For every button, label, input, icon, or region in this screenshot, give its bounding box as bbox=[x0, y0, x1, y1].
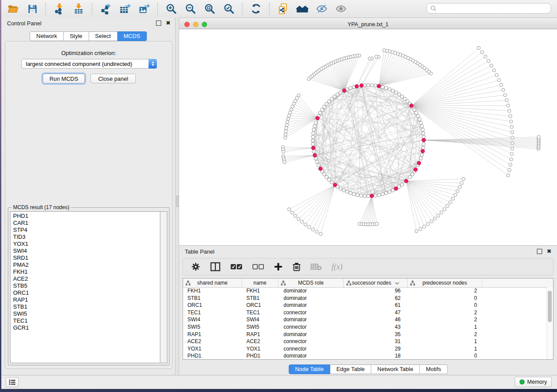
network-node[interactable] bbox=[510, 152, 513, 155]
mcds-result-item[interactable]: SRD1 bbox=[13, 254, 161, 261]
mcds-result-list[interactable]: PHD1CAR1STP4TID3YOX1SWI4SRD1PMA2FKH1ACE2… bbox=[10, 211, 161, 363]
cell-predecessor-nodes[interactable]: 0 bbox=[408, 295, 482, 303]
cell-name[interactable]: STB1 bbox=[242, 295, 278, 303]
network-node[interactable] bbox=[352, 193, 356, 196]
network-node[interactable] bbox=[437, 214, 440, 217]
network-node[interactable] bbox=[339, 187, 343, 190]
network-node[interactable] bbox=[375, 222, 378, 225]
network-hub-node[interactable] bbox=[313, 154, 317, 158]
network-node[interactable] bbox=[312, 150, 316, 153]
memory-button[interactable]: Memory bbox=[515, 377, 552, 387]
table-scrollbar-thumb[interactable] bbox=[548, 291, 552, 322]
network-node[interactable] bbox=[391, 89, 394, 93]
network-node[interactable] bbox=[511, 141, 514, 144]
vertical-splitter[interactable] bbox=[175, 17, 179, 375]
cell-predecessor-nodes[interactable]: 0 bbox=[408, 302, 482, 309]
mcds-result-item[interactable]: ACE2 bbox=[13, 275, 161, 282]
network-node[interactable] bbox=[377, 193, 381, 197]
network-node[interactable] bbox=[322, 105, 326, 109]
mcds-result-item[interactable]: SWI4 bbox=[13, 248, 161, 254]
network-node[interactable] bbox=[336, 93, 339, 96]
tab-motifs[interactable]: Motifs bbox=[420, 364, 448, 374]
network-node[interactable] bbox=[346, 190, 349, 193]
network-node[interactable] bbox=[287, 117, 290, 120]
tab-select[interactable]: Select bbox=[89, 31, 118, 41]
network-node[interactable] bbox=[502, 88, 505, 91]
cell-MCDS-role[interactable]: connector bbox=[278, 324, 344, 331]
close-table-panel-icon[interactable]: ✖ bbox=[547, 249, 552, 254]
cell-MCDS-role[interactable]: connector bbox=[278, 346, 344, 353]
tab-edge-table[interactable]: Edge Table bbox=[330, 364, 371, 374]
cell-MCDS-role[interactable]: dominator bbox=[278, 316, 344, 324]
refresh-view-button[interactable] bbox=[249, 2, 263, 15]
network-node[interactable] bbox=[381, 85, 384, 89]
column-header-predecessor-nodes[interactable]: predecessor nodes bbox=[408, 279, 482, 287]
network-node[interactable] bbox=[508, 168, 511, 172]
network-hub-node[interactable] bbox=[370, 194, 374, 198]
show-all-button[interactable] bbox=[334, 2, 347, 15]
network-node[interactable] bbox=[283, 161, 286, 164]
settings-gear-icon[interactable] bbox=[191, 262, 201, 272]
network-node[interactable] bbox=[511, 131, 514, 134]
deselect-all-columns-icon[interactable] bbox=[252, 263, 264, 270]
cell-shared-name[interactable]: STB1 bbox=[183, 295, 242, 303]
network-node[interactable] bbox=[426, 223, 429, 226]
network-node[interactable] bbox=[509, 114, 512, 117]
table-row-SWI4[interactable]: SWI4SWI4dominator462 bbox=[183, 316, 553, 324]
network-node[interactable] bbox=[384, 86, 388, 90]
network-node[interactable] bbox=[510, 158, 513, 161]
network-node[interactable] bbox=[422, 132, 425, 135]
network-hub-node[interactable] bbox=[318, 167, 322, 171]
network-hub-node[interactable] bbox=[311, 146, 315, 150]
network-node[interactable] bbox=[374, 84, 377, 87]
network-node[interactable] bbox=[403, 97, 407, 101]
mcds-result-item[interactable]: GCR1 bbox=[13, 324, 161, 331]
network-hub-node[interactable] bbox=[414, 168, 418, 172]
tab-node-table[interactable]: Node Table bbox=[288, 364, 330, 374]
cell-MCDS-role[interactable]: dominator bbox=[278, 302, 344, 309]
tab-network-table[interactable]: Network Table bbox=[371, 364, 420, 374]
network-hub-node[interactable] bbox=[316, 116, 320, 120]
network-node[interactable] bbox=[420, 153, 424, 157]
function-builder-icon[interactable]: f(x) bbox=[332, 262, 343, 272]
network-node[interactable] bbox=[308, 226, 311, 229]
cell-MCDS-role[interactable]: dominator bbox=[278, 353, 344, 360]
cell-shared-name[interactable]: FKH1 bbox=[183, 288, 242, 295]
cell-successor-nodes[interactable]: 61 bbox=[344, 302, 408, 309]
network-node[interactable] bbox=[311, 135, 315, 139]
cell-name[interactable]: PHD1 bbox=[242, 353, 278, 360]
network-node[interactable] bbox=[388, 88, 391, 91]
import-table-button[interactable] bbox=[72, 2, 85, 15]
network-node[interactable] bbox=[440, 211, 443, 214]
network-node[interactable] bbox=[285, 124, 288, 127]
cell-predecessor-nodes[interactable]: 1 bbox=[408, 324, 482, 331]
network-node[interactable] bbox=[422, 142, 426, 146]
mcds-result-item[interactable]: TID3 bbox=[13, 234, 161, 241]
mcds-result-item[interactable]: YOX1 bbox=[13, 241, 161, 248]
network-hub-node[interactable] bbox=[360, 84, 363, 88]
network-node[interactable] bbox=[507, 174, 510, 177]
close-panel-icon[interactable]: ✖ bbox=[166, 21, 171, 26]
network-node[interactable] bbox=[291, 211, 294, 214]
network-node[interactable] bbox=[416, 114, 420, 118]
column-header-name[interactable]: name bbox=[242, 279, 278, 287]
cell-predecessor-nodes[interactable]: 1 bbox=[408, 346, 482, 353]
network-node[interactable] bbox=[284, 136, 287, 139]
network-node[interactable] bbox=[292, 102, 295, 105]
cell-shared-name[interactable]: SWI5 bbox=[183, 324, 242, 331]
cell-name[interactable]: FKH1 bbox=[242, 288, 278, 295]
cell-successor-nodes[interactable]: 29 bbox=[344, 346, 408, 353]
network-node[interactable] bbox=[406, 100, 409, 103]
network-node[interactable] bbox=[381, 193, 384, 196]
cell-shared-name[interactable]: SWI4 bbox=[183, 316, 242, 324]
network-hub-node[interactable] bbox=[333, 183, 337, 187]
network-node[interactable] bbox=[311, 228, 315, 231]
cell-shared-name[interactable]: TEC1 bbox=[183, 309, 242, 317]
network-node[interactable] bbox=[511, 136, 514, 139]
network-node[interactable] bbox=[413, 108, 416, 112]
network-node[interactable] bbox=[495, 73, 498, 76]
cell-predecessor-nodes[interactable]: 1 bbox=[408, 338, 482, 346]
network-node[interactable] bbox=[330, 181, 333, 184]
cell-successor-nodes[interactable]: 47 bbox=[344, 309, 408, 317]
network-node[interactable] bbox=[287, 208, 291, 211]
